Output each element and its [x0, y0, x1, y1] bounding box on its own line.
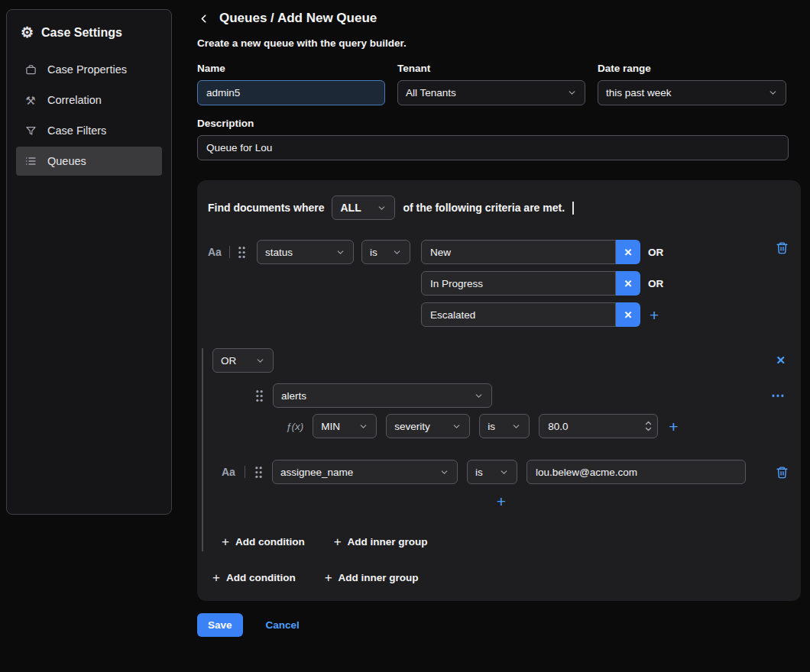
function-icon: ƒ(x) [286, 421, 303, 432]
field-select-status[interactable]: status [257, 240, 354, 264]
add-condition-label: Add condition [235, 536, 305, 548]
inner-group: OR ✕ alerts ⋯ ƒ(x [202, 348, 790, 551]
page-title: Queues / Add New Queue [219, 11, 377, 26]
value-row: ✕ OR [421, 240, 663, 264]
more-options-button[interactable]: ⋯ [766, 392, 790, 400]
description-field-group: Description [197, 118, 789, 160]
queue-list-icon [24, 155, 37, 167]
text-cursor [572, 202, 574, 215]
tenant-field-group: Tenant All Tenants [397, 63, 585, 105]
case-settings-sidebar: ⚙ Case Settings Case Properties ⚒ Correl… [6, 9, 172, 515]
intro-suffix: of the following criteria are met. [403, 202, 565, 214]
match-type-select[interactable]: ALL [332, 195, 395, 220]
chevron-left-icon [197, 12, 210, 25]
group-add-inner-group-button[interactable]: + Add inner group [334, 535, 428, 548]
chevron-down-icon [567, 88, 577, 98]
date-range-select-value: this past week [606, 87, 672, 99]
number-stepper[interactable] [645, 421, 652, 431]
value-row: ✕ + [421, 302, 663, 327]
sidebar-item-label: Case Properties [47, 63, 127, 76]
tenant-select-value: All Tenants [406, 87, 456, 99]
sidebar-item-correlation[interactable]: ⚒ Correlation [16, 86, 162, 115]
group-operator-value: OR [221, 355, 236, 367]
sidebar-item-queues[interactable]: Queues [16, 147, 162, 176]
sidebar-item-case-properties[interactable]: Case Properties [16, 55, 162, 84]
filter-icon [24, 125, 37, 137]
divider [245, 466, 245, 478]
remove-group-button[interactable]: ✕ [771, 352, 790, 369]
group-add-value-row: + [212, 493, 790, 509]
delete-condition-button[interactable] [774, 464, 790, 480]
group-add-condition-button[interactable]: + Add condition [222, 535, 305, 548]
value-input[interactable] [421, 240, 616, 264]
drag-handle-icon[interactable] [254, 466, 263, 479]
operator-select[interactable]: is [361, 240, 410, 264]
chevron-down-icon [335, 247, 345, 257]
plus-icon: + [222, 535, 229, 548]
add-function-value-button[interactable]: + [667, 418, 679, 435]
briefcase-icon [24, 64, 37, 76]
sidebar-title-label: Case Settings [41, 26, 122, 40]
operator-select[interactable]: is [467, 460, 517, 484]
top-form-row: Name Tenant All Tenants Date range this … [197, 63, 789, 105]
value-combo: ✕ [421, 240, 640, 264]
subfield-select-value: severity [394, 421, 430, 432]
drag-handle-icon[interactable] [238, 246, 246, 259]
name-input[interactable] [197, 80, 385, 105]
name-field-group: Name [197, 63, 385, 105]
add-condition-button[interactable]: + Add condition [212, 571, 296, 584]
subfield-select[interactable]: severity [386, 414, 470, 438]
group-operator-select[interactable]: OR [212, 348, 274, 373]
group-header: OR ✕ [212, 348, 790, 373]
remove-value-button[interactable]: ✕ [616, 271, 640, 296]
group-add-buttons: + Add condition + Add inner group [222, 535, 790, 548]
group-add-value-button[interactable]: + [495, 493, 507, 509]
divider [229, 246, 230, 258]
page: ⚙ Case Settings Case Properties ⚒ Correl… [0, 0, 810, 672]
sidebar-item-label: Queues [47, 155, 86, 167]
condition-row-status: Aa status is [208, 240, 790, 327]
value-input[interactable] [421, 271, 616, 296]
sidebar-nav: Case Properties ⚒ Correlation Case Filte… [15, 55, 164, 176]
correlation-icon: ⚒ [24, 95, 37, 106]
cancel-button[interactable]: Cancel [266, 619, 300, 631]
operator-select[interactable]: is [479, 414, 530, 438]
text-type-icon: Aa [222, 466, 235, 478]
tenant-label: Tenant [397, 63, 585, 74]
chevron-down-icon [511, 422, 521, 431]
add-inner-group-button[interactable]: + Add inner group [325, 571, 419, 584]
description-input[interactable] [197, 135, 789, 160]
assignee-value-input[interactable] [526, 460, 746, 484]
plus-icon: + [325, 571, 332, 584]
value-list: ✕ OR ✕ OR ✕ [421, 240, 663, 327]
delete-condition-button[interactable] [774, 240, 790, 256]
operator-select-value: is [488, 421, 495, 432]
save-button[interactable]: Save [197, 613, 243, 637]
operator-select-value: is [370, 247, 377, 258]
stepper-up-icon [645, 421, 652, 425]
chevron-down-icon [768, 88, 778, 98]
value-input[interactable] [421, 302, 616, 327]
add-value-button[interactable]: + [648, 307, 660, 323]
field-select-alerts[interactable]: alerts [273, 383, 492, 408]
remove-value-button[interactable]: ✕ [616, 240, 640, 264]
chevron-down-icon [255, 356, 265, 366]
trash-icon [776, 241, 789, 254]
back-button[interactable] [197, 12, 210, 25]
sidebar-item-case-filters[interactable]: Case Filters [16, 116, 162, 145]
drag-handle-icon[interactable] [255, 389, 264, 402]
function-select-value: MIN [321, 421, 340, 432]
tenant-select[interactable]: All Tenants [397, 80, 585, 105]
operator-select-value: is [475, 467, 483, 478]
value-combo: ✕ [421, 271, 640, 296]
chevron-down-icon [377, 203, 387, 213]
date-range-select[interactable]: this past week [598, 80, 786, 105]
number-value-input[interactable] [548, 421, 645, 432]
function-select[interactable]: MIN [313, 414, 377, 438]
assignee-condition-row: Aa assignee_name is [222, 460, 790, 484]
date-range-field-group: Date range this past week [598, 63, 786, 105]
value-combo: ✕ [421, 302, 640, 327]
field-select-assignee-name[interactable]: assignee_name [272, 460, 458, 484]
name-label: Name [197, 63, 385, 74]
remove-value-button[interactable]: ✕ [616, 302, 640, 327]
